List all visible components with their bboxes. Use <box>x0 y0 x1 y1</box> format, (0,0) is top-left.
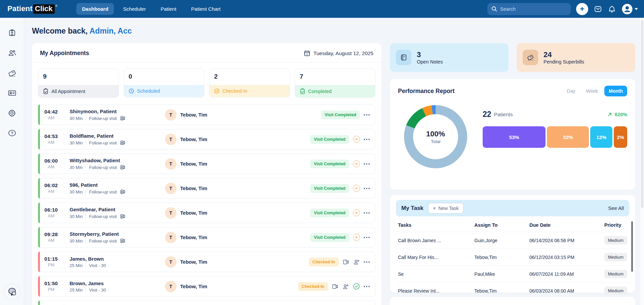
cancel-appointment-icon[interactable]: ✕ <box>353 185 360 192</box>
appointments-title: My Appointments <box>40 50 89 57</box>
row-more-options[interactable] <box>364 211 370 215</box>
col-header-assign-to: Assign To <box>472 220 527 232</box>
telehealth-icon <box>120 140 125 145</box>
stat-count: 9 <box>38 69 119 85</box>
brand-logo[interactable]: Patient Click ® <box>7 4 57 14</box>
pending-superbills-card[interactable]: 24 Pending Superbills <box>517 43 635 72</box>
row-more-options[interactable] <box>364 235 370 239</box>
my-task-panel: My Task + New Task See All Tasks Assign … <box>390 195 635 293</box>
appointment-time: 06:10AM <box>38 207 64 219</box>
search-input[interactable] <box>500 6 561 12</box>
patients-stacked-bar-chart: 53%32%12%2% <box>483 126 627 148</box>
toggle-week[interactable]: Week <box>581 86 602 96</box>
appointment-row[interactable]: 04:53AMBoldflame, Patient30 MinFollow-up… <box>38 129 375 149</box>
stat-scheduled[interactable]: 0 Scheduled <box>124 69 205 98</box>
provider: TTebow, Tim <box>165 281 256 292</box>
messages-icon[interactable] <box>594 5 602 13</box>
task-name: Se <box>396 266 472 282</box>
top-navbar: Patient Click ® Dashboard Scheduler Pati… <box>0 0 644 18</box>
appointment-time: 06:02AM <box>38 182 64 194</box>
task-row[interactable]: Call Mary For His...Tebow,Tim06/12/2024 … <box>396 249 629 266</box>
cancel-appointment-icon[interactable]: ✕ <box>353 234 360 241</box>
stat-completed[interactable]: 7 Completed <box>295 69 376 98</box>
telehealth-icon <box>120 165 125 170</box>
donut-center-value: 100% <box>426 130 445 138</box>
appointment-row[interactable]: 01:15PMJames, Brown25 MinVisit - 30TTebo… <box>38 252 375 272</box>
provider: TTebow, Tim <box>165 158 256 170</box>
chat-button[interactable] <box>4 284 21 300</box>
patient-name: Brown, James <box>70 280 165 286</box>
appointment-status-badge: Checked-In <box>309 258 339 266</box>
appointment-row[interactable]: 04:42AMShinymoon, Patient30 MinFollow-up… <box>38 104 375 125</box>
cancel-appointment-icon[interactable]: ✕ <box>353 209 360 216</box>
appointment-row[interactable]: 06:00AMWittyshadow, Patient30 MinFollow-… <box>38 154 375 174</box>
tasks-table: Tasks Assign To Due Date Priority Call B… <box>396 220 629 299</box>
provider: TTebow, Tim <box>165 134 256 145</box>
sidebar-item-help[interactable]: ? <box>7 129 17 137</box>
welcome-username[interactable]: Admin, Acc <box>89 27 132 35</box>
task-list-scrollbar[interactable] <box>631 221 633 272</box>
bar-segment: 12% <box>590 126 612 148</box>
sidebar-item-patients[interactable] <box>7 49 17 57</box>
sidebar-item-patient-card[interactable] <box>7 89 17 97</box>
new-task-button[interactable]: + New Task <box>428 203 464 214</box>
patients-count: 22 <box>483 110 491 119</box>
status-accent-bar <box>38 129 40 149</box>
appointment-row[interactable]: 06:10AMGentlebear, Patient30 MinFollow-u… <box>38 203 375 223</box>
brand-part2: Click <box>33 4 55 14</box>
task-due-date: 06/03/2024 08:00 AM <box>527 282 602 299</box>
user-menu[interactable] <box>621 3 638 15</box>
row-more-options[interactable] <box>364 162 370 166</box>
stat-all-appointments[interactable]: 9 All Appointment <box>38 69 119 98</box>
clock-icon <box>128 88 134 94</box>
row-more-options[interactable] <box>364 113 370 117</box>
task-row[interactable]: SePaul,Mike06/07/2024 11:09 AMMedium <box>396 266 629 282</box>
cancel-appointment-icon[interactable]: ✕ <box>353 136 360 143</box>
provider-avatar: T <box>165 109 176 121</box>
task-due-date: 06/12/2024 03:15 PM <box>527 249 602 266</box>
tab-scheduler[interactable]: Scheduler <box>117 3 152 15</box>
page-scrollbar-thumb[interactable] <box>641 20 643 208</box>
page-scrollbar[interactable] <box>640 18 644 305</box>
appointment-row[interactable]: 09:28AMStormyberry, Patient30 MinFollow-… <box>38 227 375 248</box>
see-all-link[interactable]: See All <box>608 205 624 211</box>
my-appointments-panel: My Appointments 31 Tuesday, August 12, 2… <box>32 43 381 305</box>
appointment-time: 09:28AM <box>38 231 64 243</box>
appointment-row[interactable]: 01:50PMBrown, James25 MinVisit - 30TTebo… <box>38 276 375 297</box>
provider-avatar: T <box>165 207 176 219</box>
row-more-options[interactable] <box>364 137 370 141</box>
appointment-row[interactable]: 06:02AM596, Patient30 MinFollow-up visit… <box>38 178 375 199</box>
sidebar-item-facility[interactable] <box>8 29 16 37</box>
performance-report-panel: Performance Report Day Week Month 100% T… <box>390 79 635 190</box>
row-more-options[interactable] <box>364 260 370 264</box>
appointment-row[interactable]: 02:20PMColdsnow, Patient30 MinFollow-up … <box>38 301 375 305</box>
tab-patient[interactable]: Patient <box>155 3 182 15</box>
task-row[interactable]: Call Brown James ...Guin,Jorge06/14/2024… <box>396 232 629 249</box>
tab-patient-chart[interactable]: Patient Chart <box>186 3 227 15</box>
toggle-day[interactable]: Day <box>563 86 580 96</box>
row-more-options[interactable] <box>364 186 370 190</box>
sidebar-item-settings[interactable] <box>7 108 16 118</box>
tab-dashboard[interactable]: Dashboard <box>76 3 114 15</box>
appointment-meta: 30 MinFollow-up visit <box>70 238 165 244</box>
row-more-options[interactable] <box>364 285 370 289</box>
task-name: Please Review Int... <box>396 282 472 299</box>
stat-checked-in[interactable]: 2 Checked-In <box>209 69 290 98</box>
add-button[interactable]: + <box>576 3 588 15</box>
patient-name: 596, Patient <box>70 182 165 188</box>
task-row[interactable]: Please Review Int...Tebow,Tim06/03/2024 … <box>396 282 629 299</box>
patient-name: Boldflame, Patient <box>70 133 165 139</box>
appointments-date[interactable]: 31 Tuesday, August 12, 2025 <box>304 50 373 57</box>
search-box[interactable] <box>487 3 571 15</box>
status-accent-bar <box>38 203 40 223</box>
status-accent-bar <box>38 154 40 174</box>
notifications-bell-icon[interactable] <box>608 5 616 13</box>
main-content: Welcome back, Admin, Acc My Appointments… <box>24 18 644 305</box>
cancel-appointment-icon[interactable]: ✕ <box>353 160 360 167</box>
open-notes-card[interactable]: 3 Open Notes <box>390 43 509 72</box>
toggle-month[interactable]: Month <box>604 86 627 96</box>
appointment-time: 06:00AM <box>38 158 64 170</box>
provider-avatar: T <box>165 256 176 268</box>
priority-badge: Medium <box>604 253 627 261</box>
sidebar-item-billing[interactable] <box>7 69 17 78</box>
